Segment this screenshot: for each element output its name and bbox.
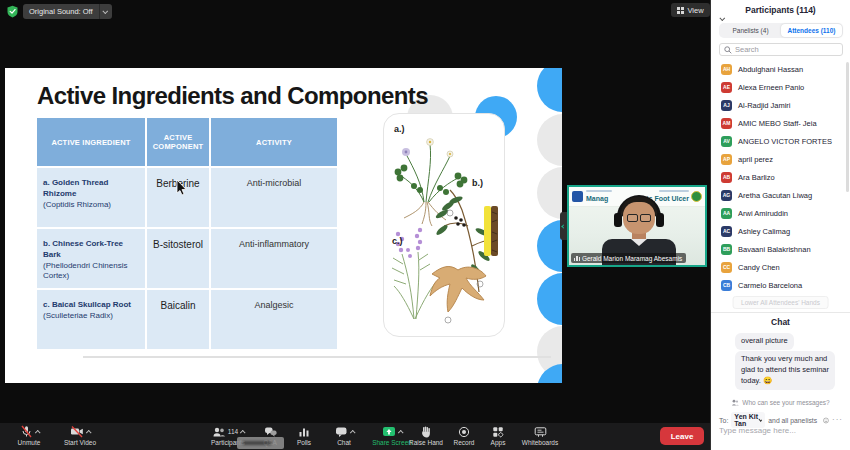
table-header-cell: ACTIVE COMPONENT	[147, 118, 209, 166]
chat-button[interactable]: Chat	[326, 425, 362, 446]
mouse-cursor	[176, 180, 187, 196]
leave-button[interactable]: Leave	[660, 427, 704, 445]
attendee-row[interactable]: AE Alexa Erneen Panio	[711, 78, 850, 96]
apps-label: Apps	[491, 439, 506, 446]
attendee-row[interactable]: CC Candy Chen	[711, 258, 850, 276]
avatar: AV	[721, 136, 732, 147]
table-cell-ingredient: c. Baical Skullcap Root (Sculleteriae Ra…	[37, 290, 145, 349]
figure-label-b: b.)	[472, 178, 483, 188]
original-sound-toggle[interactable]: Original Sound: Off	[23, 4, 112, 19]
chevron-up-icon[interactable]	[349, 429, 355, 435]
attendee-row[interactable]: AC Ashley Calimag	[711, 222, 850, 240]
emoji-icon[interactable]	[823, 416, 829, 425]
attendee-name: Arwi Amiruddin	[738, 209, 788, 218]
qa-bubbles-icon	[264, 426, 277, 438]
participants-search[interactable]	[719, 43, 843, 56]
attendee-row[interactable]: AG Aretha Gacutan Liwag	[711, 186, 850, 204]
participants-tabs: Panelists (4) Attendees (110)	[719, 23, 843, 38]
chat-message: overall picture	[735, 333, 794, 350]
decor-circle	[537, 220, 562, 272]
attendee-name: Aretha Gacutan Liwag	[738, 191, 812, 200]
workshop-logo-right	[691, 191, 702, 202]
attendee-name: Abdulghani Hassan	[738, 65, 803, 74]
participants-count: 114	[228, 428, 238, 435]
chat-label: Chat	[337, 439, 351, 446]
table-cell-component: Berberine	[147, 168, 209, 227]
chevron-up-icon[interactable]	[398, 429, 404, 435]
search-input[interactable]	[735, 45, 835, 54]
decor-circle	[537, 167, 562, 219]
raise-hand-button[interactable]: Raise Hand	[404, 425, 448, 446]
tab-attendees[interactable]: Attendees (110)	[781, 24, 842, 37]
polls-icon	[298, 426, 310, 438]
table-cell-component: Baicalin	[147, 290, 209, 349]
ingredient-latin: (Sculleteriae Radix)	[43, 311, 113, 320]
chat-panel-title: Chat	[771, 317, 790, 327]
table-cell-activity: Anti-inflammatory	[211, 229, 337, 288]
attendee-row[interactable]: AP april perez	[711, 150, 850, 168]
slide-title: Active Ingredients and Components	[37, 82, 428, 110]
participants-panel-header: Participants (114)	[711, 0, 850, 20]
chevron-up-icon[interactable]	[34, 429, 40, 435]
table-cell-activity: Anti-microbial	[211, 168, 337, 227]
attendee-name: Candy Chen	[738, 263, 780, 272]
panel-scrollbar[interactable]	[846, 62, 849, 192]
record-button[interactable]: Record	[446, 425, 482, 446]
apps-button[interactable]: Apps	[482, 425, 514, 446]
table-header-cell: ACTIVE INGREDIENT	[37, 118, 145, 166]
avatar: AE	[721, 82, 732, 93]
attendee-row[interactable]: AA Arwi Amiruddin	[711, 204, 850, 222]
avatar: AJ	[721, 100, 732, 111]
record-icon	[458, 426, 470, 438]
privacy-note-text: Who can see your messages?	[742, 399, 829, 406]
more-options-icon[interactable]: ···	[832, 418, 843, 422]
apps-icon	[492, 426, 504, 438]
attendee-name: ANGELO VICTOR FORTES	[738, 137, 832, 146]
meeting-toolbar: Unmute Start Video	[0, 423, 710, 450]
raise-hand-label: Raise Hand	[409, 439, 443, 446]
attendee-row[interactable]: AJ Al-Radjid Jamiri	[711, 96, 850, 114]
search-icon	[724, 46, 732, 54]
attendee-row[interactable]: AV ANGELO VICTOR FORTES	[711, 132, 850, 150]
polls-button[interactable]: Polls	[288, 425, 320, 446]
speaker-name: Gerald Marion Maramag Abesamis	[582, 255, 682, 262]
active-speaker-video[interactable]: Manag ic Foot Ulcer Gerald Marion Marama…	[567, 185, 707, 267]
attendee-row[interactable]: AM AMIC MEBO Staff- Jeia	[711, 114, 850, 132]
figure-label-c: c.)	[392, 236, 403, 246]
botanical-illustration	[384, 114, 504, 335]
video-strip-collapse-handle[interactable]	[560, 212, 567, 240]
unmute-button[interactable]: Unmute	[8, 425, 50, 446]
figure-label-a: a.)	[394, 124, 405, 134]
table-cell-ingredient: b. Chinese Cork-Tree Bark (Phellodendri …	[37, 229, 145, 288]
to-label: To:	[719, 417, 728, 424]
table-cell-activity: Analgesic	[211, 290, 337, 349]
lower-all-hands-button[interactable]: Lower All Attendees' Hands	[732, 296, 829, 309]
people-icon	[731, 399, 739, 406]
attendee-name: Alexa Erneen Panio	[738, 83, 804, 92]
view-button[interactable]: View	[671, 3, 710, 17]
start-video-button[interactable]: Start Video	[54, 425, 106, 446]
attendee-row[interactable]: AB Ara Barlizo	[711, 168, 850, 186]
avatar: AH	[721, 64, 732, 75]
attendee-list: AH Abdulghani Hassan AE Alexa Erneen Pan…	[711, 60, 850, 294]
decor-circle	[537, 273, 562, 325]
chat-message-input[interactable]	[719, 426, 843, 435]
table-header-cell: ACTIVITY	[211, 118, 337, 166]
attendee-row[interactable]: BB Bavaani Balakrishnan	[711, 240, 850, 258]
start-video-label: Start Video	[64, 439, 96, 446]
chat-privacy-note[interactable]: Who can see your messages?	[711, 399, 850, 406]
chevron-up-icon[interactable]	[86, 429, 92, 435]
attendee-row[interactable]: CB Carmelo Barcelona	[711, 276, 850, 294]
chevron-up-icon[interactable]	[240, 429, 246, 435]
table-cell-ingredient: a. Golden Thread Rhizome (Coptidis Rhizo…	[37, 168, 145, 227]
tab-panelists[interactable]: Panelists (4)	[720, 24, 781, 37]
tooltip-overlay	[237, 437, 284, 449]
whiteboards-button[interactable]: Whiteboards	[514, 425, 566, 446]
record-label: Record	[454, 439, 475, 446]
mic-muted-icon	[20, 425, 33, 438]
collapse-arrow-icon	[561, 224, 565, 228]
attendee-name: Carmelo Barcelona	[738, 281, 802, 290]
chat-panel-header: Chat	[711, 314, 850, 330]
original-sound-dropdown[interactable]	[99, 4, 112, 19]
attendee-row[interactable]: AH Abdulghani Hassan	[711, 60, 850, 78]
